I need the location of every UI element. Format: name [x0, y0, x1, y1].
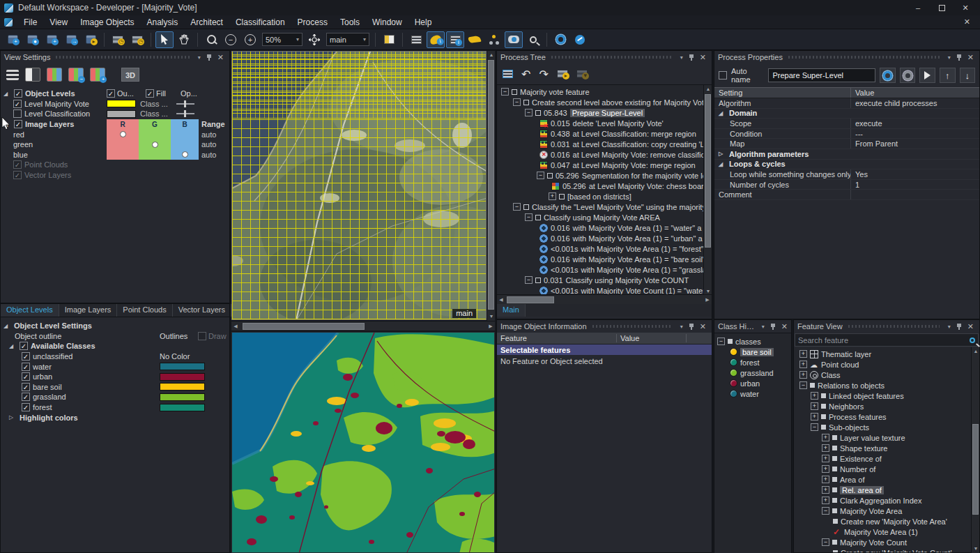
feature-label[interactable]: Shape texture: [840, 444, 888, 453]
class-text[interactable]: Class ...: [140, 109, 168, 118]
opacity-slider[interactable]: [176, 103, 194, 105]
setting-value[interactable]: execute: [851, 119, 979, 128]
process-label[interactable]: with Majority Vote Area (1) = "grassland…: [581, 266, 712, 274]
feature-label[interactable]: Process features: [829, 413, 887, 421]
property-row[interactable]: Comment: [714, 190, 979, 200]
expander-minus-icon[interactable]: −: [525, 109, 533, 116]
class-label-5[interactable]: forest: [33, 403, 52, 411]
menu-window[interactable]: Window: [366, 16, 408, 29]
feature-row[interactable]: −Relations to objects: [794, 380, 979, 391]
close-icon[interactable]: ✕: [965, 53, 976, 62]
menu-help[interactable]: Help: [408, 16, 438, 29]
redo-icon[interactable]: ↷: [539, 68, 548, 81]
menu-process[interactable]: Process: [291, 16, 334, 29]
color-swatch[interactable]: [107, 100, 136, 107]
feature-label[interactable]: Sub-objects: [829, 423, 869, 432]
setting-value[interactable]: 1: [851, 181, 979, 189]
class-item[interactable]: forest: [714, 357, 791, 368]
menu-tools[interactable]: Tools: [334, 16, 366, 29]
select-arrow-button[interactable]: [155, 31, 174, 48]
channel-cell-R-blue[interactable]: [107, 150, 139, 160]
class-text[interactable]: Class ...: [140, 100, 168, 108]
expander-icon[interactable]: ◢: [3, 323, 11, 329]
process-row[interactable]: −0.031Classify using Majority Vote COUNT: [497, 275, 712, 285]
class-checkbox-1[interactable]: ✓: [22, 363, 30, 371]
process-label[interactable]: Classify using Majority Vote AREA: [544, 213, 660, 222]
process-label[interactable]: Majority vote feature: [520, 88, 590, 96]
range-value[interactable]: auto: [201, 130, 216, 139]
legend-info-button[interactable]: i: [446, 31, 464, 48]
property-row[interactable]: ◢Domain: [714, 109, 979, 119]
channel-cell-R-red[interactable]: [107, 129, 139, 139]
remove-layer-icon[interactable]: −: [68, 68, 84, 82]
menu-architect[interactable]: Architect: [184, 16, 229, 29]
expander-plus-icon[interactable]: +: [811, 392, 818, 400]
outline-checkbox[interactable]: ✓: [107, 89, 115, 98]
execute-process-button[interactable]: [919, 68, 935, 83]
undo-icon[interactable]: ↶: [521, 68, 530, 81]
class-checkbox-5[interactable]: ✓: [22, 403, 30, 411]
class-item[interactable]: urban: [714, 378, 791, 388]
channel-cell-B-green[interactable]: [171, 139, 199, 150]
feature-label[interactable]: Linked object features: [829, 392, 904, 400]
panel-drag-handle[interactable]: [788, 56, 940, 59]
channel-cell-G-red[interactable]: [139, 129, 171, 139]
class-color-swatch[interactable]: [160, 383, 205, 391]
feature-row[interactable]: +Clark Aggregation Index: [794, 495, 979, 506]
process-row[interactable]: −05.296Segmentation for the majority vot…: [497, 170, 712, 181]
tab-image-layers[interactable]: Image Layers: [59, 304, 118, 317]
feature-row[interactable]: Create new 'Majority Vote Count': [794, 547, 979, 552]
tab-object-levels[interactable]: Object Levels: [1, 304, 59, 317]
panel-menu-icon[interactable]: ▾: [945, 324, 954, 330]
feature-label[interactable]: Relations to objects: [818, 381, 885, 390]
expander-minus-icon[interactable]: −: [501, 88, 509, 96]
process-row[interactable]: −05.843Prepare Super-Level: [497, 107, 712, 118]
process-label[interactable]: delete 'Level Majority Vote': [573, 119, 664, 128]
property-row[interactable]: ◢Loops & cycles: [714, 160, 979, 170]
active-channel-radio[interactable]: [152, 142, 158, 148]
level-label-0[interactable]: Level Majority Vote: [24, 100, 89, 108]
expander-icon[interactable]: ◢: [3, 91, 11, 97]
class-checkbox-0[interactable]: ✓: [22, 352, 30, 361]
edit-level-list-icon[interactable]: [6, 70, 19, 80]
expander-plus-icon[interactable]: +: [799, 350, 807, 358]
channel-header-R[interactable]: R: [107, 119, 139, 130]
load-ruleset-icon[interactable]: ▸: [557, 70, 568, 78]
ioi-col-feature[interactable]: Feature: [497, 334, 617, 342]
map-vertical-scrollbar[interactable]: ▲ ▼: [487, 51, 495, 321]
class-name[interactable]: urban: [740, 379, 760, 388]
feature-row[interactable]: +Linked object features: [794, 391, 979, 401]
process-label[interactable]: at Level Classification: copy creating '…: [573, 140, 712, 149]
process-tree-hscrollbar[interactable]: ◀ ▶: [497, 294, 712, 304]
process-label[interactable]: Create second level above existing for M…: [532, 98, 708, 107]
feature-row[interactable]: Create new 'Majority Vote Area': [794, 516, 979, 527]
process-label[interactable]: Prepare Super-Level: [570, 109, 645, 117]
menu-file[interactable]: File: [17, 16, 43, 29]
setting-value[interactable]: Yes: [851, 170, 979, 179]
process-row[interactable]: 0.016with Majority Vote Area (1) = "urba…: [497, 233, 712, 243]
feature-label[interactable]: Majority Vote Area (1): [844, 528, 918, 536]
feature-row[interactable]: +Existence of: [794, 453, 979, 464]
view-settings-button[interactable]: [505, 31, 523, 48]
pin-icon[interactable]: [956, 54, 963, 61]
fill-checkbox[interactable]: ✓: [146, 89, 154, 98]
property-row[interactable]: Scopeexecute: [714, 119, 979, 129]
process-label[interactable]: with Majority Vote Area (1) = "urban" a: [573, 234, 703, 243]
property-row[interactable]: Algorithmexecute child processes: [714, 98, 979, 109]
panel-menu-icon[interactable]: ▾: [195, 54, 204, 61]
image-layer-stack-alt-button[interactable]: ◷: [128, 31, 146, 48]
expander-collapsed-icon[interactable]: ▷: [9, 414, 17, 421]
expander-minus-icon[interactable]: −: [525, 276, 533, 284]
expander-plus-icon[interactable]: +: [822, 486, 829, 494]
map-horizontal-scrollbar[interactable]: ◀ ▶: [231, 321, 495, 331]
process-name-input[interactable]: [768, 68, 875, 82]
zoom-in-button[interactable]: +: [241, 31, 259, 48]
color-swatch[interactable]: [107, 110, 136, 118]
class-label-0[interactable]: unclassified: [33, 352, 72, 361]
image-layer-label-1[interactable]: green: [13, 140, 33, 149]
class-name[interactable]: water: [740, 390, 759, 398]
draw-tool-button[interactable]: [571, 31, 589, 48]
panel-menu-icon[interactable]: ▾: [759, 324, 767, 330]
expander-plus-icon[interactable]: +: [549, 192, 556, 200]
image-layer-label-2[interactable]: blue: [13, 151, 28, 159]
